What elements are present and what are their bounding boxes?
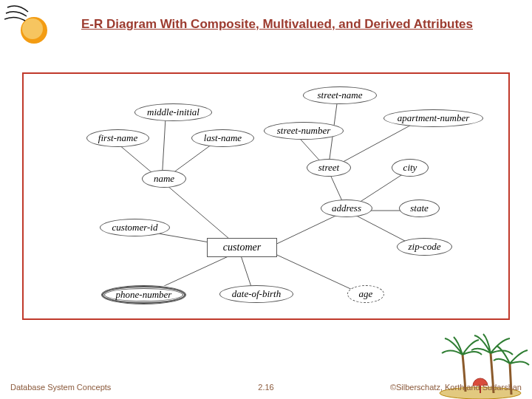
- footer-center: 2.16: [258, 383, 273, 392]
- attr-zip-code: zip-code: [397, 238, 452, 256]
- attr-phone-number-multivalued: phone-number: [101, 285, 186, 304]
- attr-age-derived: age: [347, 285, 384, 303]
- attr-last-name: last-name: [191, 129, 254, 147]
- entity-customer: customer: [207, 238, 277, 257]
- attr-state: state: [399, 200, 440, 217]
- footer-left: Database System Concepts: [10, 383, 111, 392]
- attr-apartment-number: apartment-number: [383, 109, 483, 127]
- attr-city: city: [392, 159, 429, 177]
- attr-street-name: street-name: [303, 86, 377, 104]
- attr-date-of-birth: date-of-birth: [219, 285, 293, 303]
- attr-name: name: [142, 170, 186, 188]
- attr-street: street: [307, 159, 351, 177]
- page-title: E-R Diagram With Composite, Multivalued,…: [0, 0, 532, 37]
- attr-customer-id: customer-id: [100, 219, 170, 236]
- attr-street-number: street-number: [264, 122, 344, 140]
- footer-right: ©Silberschatz, Korth and Sudarshan: [390, 383, 522, 392]
- label-phone-number: phone-number: [116, 289, 172, 301]
- attr-address: address: [321, 200, 372, 217]
- sun-icon: [4, 4, 56, 56]
- svg-point-1: [22, 18, 43, 39]
- attr-first-name: first-name: [86, 129, 149, 147]
- attr-middle-initial: middle-initial: [134, 103, 212, 121]
- diagram-frame: first-name middle-initial last-name name…: [22, 72, 510, 320]
